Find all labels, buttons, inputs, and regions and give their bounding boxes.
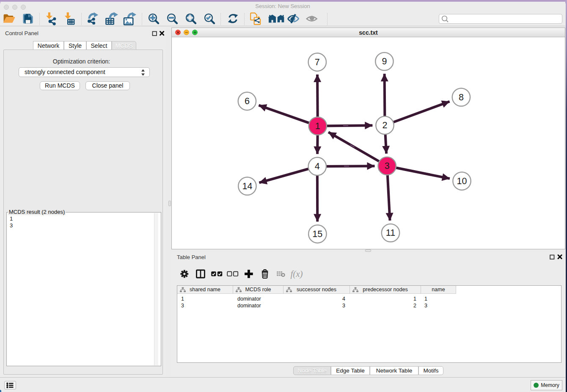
svg-text:7: 7 — [315, 57, 320, 67]
svg-text:1: 1 — [315, 121, 320, 131]
svg-text:9: 9 — [382, 56, 387, 66]
svg-text:10: 10 — [457, 176, 467, 186]
svg-text:8: 8 — [459, 92, 464, 102]
svg-text:15: 15 — [312, 229, 322, 239]
svg-text:14: 14 — [242, 181, 252, 191]
svg-text:11: 11 — [386, 228, 395, 238]
svg-text:3: 3 — [385, 161, 390, 171]
svg-text:4: 4 — [315, 161, 320, 171]
svg-text:2: 2 — [383, 120, 388, 130]
svg-text:f(x): f(x) — [290, 269, 303, 279]
svg-text:6: 6 — [245, 96, 250, 106]
